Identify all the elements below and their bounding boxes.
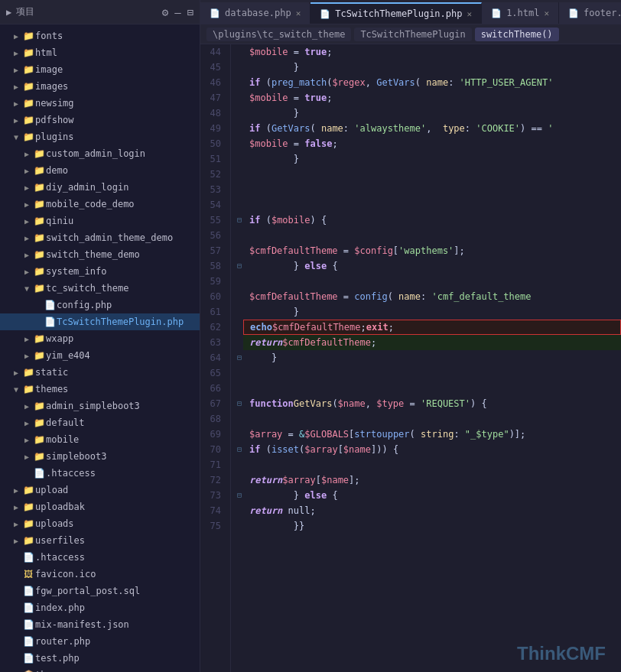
- sidebar-item-htaccess_root[interactable]: 📄.htaccess: [0, 549, 200, 566]
- sidebar-item-htaccess_themes[interactable]: 📄.htaccess: [0, 465, 200, 482]
- folder-arrow-icon: ▶: [21, 200, 32, 209]
- sidebar-item-tc_switch_theme[interactable]: ▼📁tc_switch_theme: [0, 280, 200, 297]
- gear-icon[interactable]: ⚙: [162, 6, 168, 18]
- tab-close-button[interactable]: ✕: [544, 8, 549, 18]
- sidebar-item-mobile_code_demo[interactable]: ▶📁mobile_code_demo: [0, 196, 200, 213]
- sidebar-item-qiniu[interactable]: ▶📁qiniu: [0, 213, 200, 229]
- fold-marker-icon[interactable]: ⊟: [237, 445, 242, 453]
- tree-item-label: switch_admin_theme_demo: [46, 232, 200, 243]
- tab-database_php[interactable]: 📄database.php✕: [200, 2, 310, 24]
- code-line: [243, 274, 621, 289]
- fold-marker-icon[interactable]: ⊟: [237, 216, 242, 224]
- tab-1_html[interactable]: 📄1.html✕: [482, 2, 559, 24]
- sidebar-item-html[interactable]: ▶📁html: [0, 44, 200, 61]
- code-line: }: [243, 151, 621, 167]
- sidebar-item-userfiles[interactable]: ▶📁userfiles: [0, 532, 200, 549]
- folder-arrow-icon: ▶: [21, 402, 32, 411]
- tree-item-label: .htaccess: [35, 552, 200, 563]
- fold-marker-icon[interactable]: ⊟: [237, 491, 242, 499]
- sidebar-item-uploadbak[interactable]: ▶📁uploadbak: [0, 498, 200, 515]
- sidebar-item-router_php[interactable]: 📄router.php: [0, 633, 200, 650]
- sidebar-item-system_info[interactable]: ▶📁system_info: [0, 263, 200, 280]
- code-line: [243, 228, 621, 243]
- sidebar-item-custom_admin_login[interactable]: ▶📁custom_admin_login: [0, 145, 200, 162]
- sidebar-item-themes_rar[interactable]: 📦themes.rar: [0, 667, 200, 672]
- file-type-icon: 📄: [43, 300, 57, 310]
- sidebar-item-default[interactable]: ▶📁default: [0, 414, 200, 431]
- sidebar-item-config_php[interactable]: 📄config.php: [0, 297, 200, 313]
- gutter-row: [231, 243, 243, 258]
- tree-item-label: html: [35, 47, 200, 58]
- tree-item-label: image: [35, 64, 200, 75]
- line-number: 69: [200, 427, 224, 442]
- tab-footer_html[interactable]: 📄footer.html✕: [559, 2, 621, 24]
- code-line: $cmfDefaultTheme = $config['wapthems'];: [243, 243, 621, 258]
- sidebar-item-uploads[interactable]: ▶📁uploads: [0, 515, 200, 532]
- sidebar-item-fonts[interactable]: ▶📁fonts: [0, 28, 200, 44]
- file-type-icon: 📁: [21, 64, 35, 75]
- fold-marker-icon[interactable]: ⊟: [237, 261, 242, 270]
- sidebar-item-switch_theme_demo[interactable]: ▶📁switch_theme_demo: [0, 246, 200, 263]
- tree-item-label: system_info: [46, 266, 200, 277]
- sidebar-item-wxapp[interactable]: ▶📁wxapp: [0, 330, 200, 347]
- sidebar-header: ▶ 项目 ⚙ — ⊟: [0, 0, 200, 24]
- tab-close-button[interactable]: ✕: [296, 8, 301, 18]
- tree-item-label: wxapp: [46, 333, 200, 344]
- breadcrumb-item-TcSwitchThemePlugin_bc[interactable]: TcSwitchThemePlugin: [354, 28, 471, 41]
- sidebar-item-admin_simpleboot3[interactable]: ▶📁admin_simpleboot3: [0, 398, 200, 414]
- line-number: 65: [200, 365, 224, 381]
- sidebar-item-image[interactable]: ▶📁image: [0, 61, 200, 78]
- tab-file-icon: 📄: [210, 8, 220, 18]
- code-editor: 4445464748495051525354555657585960616263…: [200, 44, 621, 672]
- gutter-row: [231, 335, 243, 350]
- file-type-icon: 📁: [21, 47, 35, 58]
- sidebar-item-TcSwitchThemePlugin_php[interactable]: 📄TcSwitchThemePlugin.php: [0, 313, 200, 330]
- sidebar-item-pdfshow[interactable]: ▶📁pdfshow: [0, 112, 200, 128]
- sidebar-item-upload[interactable]: ▶📁upload: [0, 482, 200, 498]
- tab-TcSwitchThemePlugin_php_tab[interactable]: 📄TcSwitchThemePlugin.php✕: [310, 2, 482, 24]
- code-content[interactable]: $mobile = true; } if (preg_match($regex,…: [243, 44, 621, 672]
- code-line: $mobile = false;: [243, 136, 621, 151]
- tree-item-label: .htaccess: [46, 468, 200, 479]
- sidebar-item-index_php[interactable]: 📄index.php: [0, 599, 200, 616]
- sidebar-item-demo[interactable]: ▶📁demo: [0, 162, 200, 179]
- sidebar-item-themes[interactable]: ▼📁themes: [0, 381, 200, 398]
- gutter-row: [231, 365, 243, 381]
- tree-item-label: fgw_portal_post.sql: [35, 586, 200, 596]
- folder-arrow-icon: ▶: [11, 368, 21, 377]
- tree-item-label: themes: [35, 384, 200, 394]
- gutter-row: [231, 320, 243, 335]
- gutter-row: [231, 90, 243, 106]
- sidebar-item-favicon_ico[interactable]: 🖼favicon.ico: [0, 566, 200, 583]
- sidebar-item-plugins[interactable]: ▼📁plugins: [0, 128, 200, 145]
- line-number: 68: [200, 411, 224, 427]
- fold-marker-icon[interactable]: ⊟: [237, 353, 242, 362]
- sidebar-item-simpleboot3[interactable]: ▶📁simpleboot3: [0, 448, 200, 465]
- file-type-icon: 📁: [32, 401, 46, 411]
- sidebar-item-images[interactable]: ▶📁images: [0, 78, 200, 95]
- sidebar-item-mobile[interactable]: ▶📁mobile: [0, 431, 200, 448]
- folder-arrow-icon: ▶: [21, 167, 32, 175]
- breadcrumb-item-switchTheme_bc[interactable]: switchTheme(): [475, 28, 559, 41]
- sidebar-item-yim_e404[interactable]: ▶📁yim_e404: [0, 347, 200, 364]
- file-type-icon: 📄: [21, 636, 35, 647]
- sidebar-item-static[interactable]: ▶📁static: [0, 364, 200, 381]
- line-number: 72: [200, 472, 224, 488]
- sidebar-item-switch_admin_theme_demo[interactable]: ▶📁switch_admin_theme_demo: [0, 229, 200, 246]
- sidebar-header-left: ▶ 项目: [6, 5, 34, 18]
- sidebar-item-diy_admin_login[interactable]: ▶📁diy_admin_login: [0, 179, 200, 196]
- gutter-row: [231, 304, 243, 320]
- breadcrumb-item-plugins_bc[interactable]: \plugins\tc_switch_theme: [206, 28, 351, 41]
- layout-icon[interactable]: ⊟: [187, 6, 193, 18]
- folder-arrow-icon: ▶: [11, 503, 21, 511]
- tree-item-label: plugins: [35, 131, 200, 142]
- sidebar-item-fgw_portal_post_sql[interactable]: 📄fgw_portal_post.sql: [0, 583, 200, 599]
- minus-icon[interactable]: —: [174, 6, 180, 18]
- sidebar-item-mix_manifest_json[interactable]: 📄mix-manifest.json: [0, 616, 200, 633]
- tab-close-button[interactable]: ✕: [467, 9, 473, 19]
- fold-marker-icon[interactable]: ⊟: [237, 399, 242, 407]
- sidebar-item-newsimg[interactable]: ▶📁newsimg: [0, 95, 200, 112]
- sidebar-item-test_php[interactable]: 📄test.php: [0, 650, 200, 667]
- folder-arrow-icon: ▶: [11, 99, 21, 108]
- line-number: 50: [200, 136, 224, 151]
